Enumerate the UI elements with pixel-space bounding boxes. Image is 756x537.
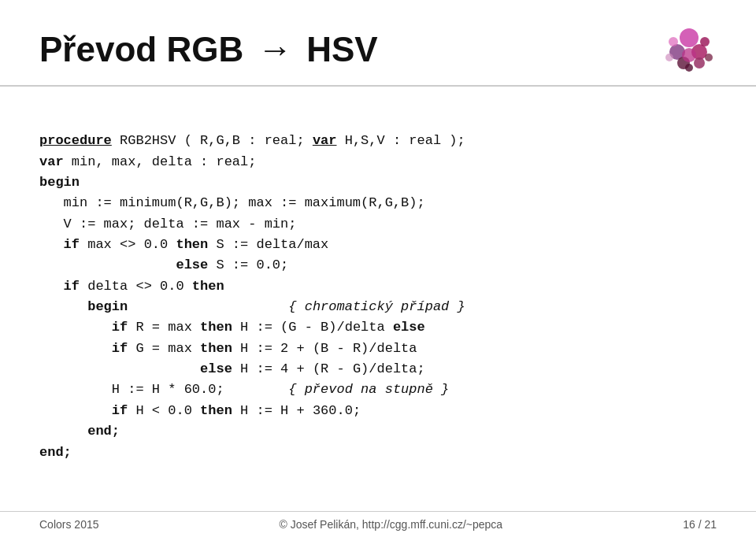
code-line-15: end; [39,424,120,439]
svg-point-0 [680,28,699,47]
title-text-rgb: Převod RGB [39,30,243,69]
title-text-hsv: HSV [306,30,377,69]
code-line-1: procedure RGB2HSV ( R,G,B : real; var H,… [39,133,465,148]
code-line-8: if delta <> 0.0 then [39,279,224,294]
footer: Colors 2015 © Josef Pelikán, http://cgg.… [0,511,756,537]
slide: Převod RGB → HSV procedure RGB2 [0,0,756,537]
main-content: procedure RGB2HSV ( R,G,B : real; var H,… [0,87,756,511]
svg-point-4 [694,57,705,69]
svg-point-7 [700,37,710,46]
header: Převod RGB → HSV [0,0,756,87]
svg-point-6 [669,37,678,46]
conference-label: Colors 2015 [39,518,99,531]
svg-point-8 [685,64,693,72]
code-line-6: if max <> 0.0 then S := delta/max [39,237,328,252]
code-line-5: V := max; delta := max - min; [39,217,296,231]
svg-point-10 [705,54,713,61]
code-line-14: if H < 0.0 then H := H + 360.0; [39,403,361,418]
code-line-4: min := minimum(R,G,B); max := maximum(R,… [39,195,425,210]
copyright-text: © Josef Pelikán, http://cgg.mff.cuni.cz/… [280,518,503,531]
code-line-9: begin { chromatický případ } [39,299,465,314]
code-line-10: if R = max then H := (G - B)/delta else [39,320,425,335]
code-line-12: else H := 4 + (R - G)/delta; [39,361,425,376]
code-line-13: H := H * 60.0; { převod na stupně } [39,382,449,397]
arrow-icon: → [258,30,292,69]
page-number: 16 / 21 [683,518,717,531]
code-line-7: else S := 0.0; [39,257,288,272]
code-line-2: var min, max, delta : real; [39,154,256,169]
code-line-16: end; [39,445,72,460]
code-line-3: begin [39,175,80,190]
code-line-11: if G = max then H := 2 + (B - R)/delta [39,341,417,356]
code-block: procedure RGB2HSV ( R,G,B : real; var H,… [39,110,717,483]
svg-point-9 [665,54,673,61]
slide-title: Převod RGB → HSV [39,30,378,69]
logo [662,22,717,77]
svg-point-5 [682,48,696,62]
